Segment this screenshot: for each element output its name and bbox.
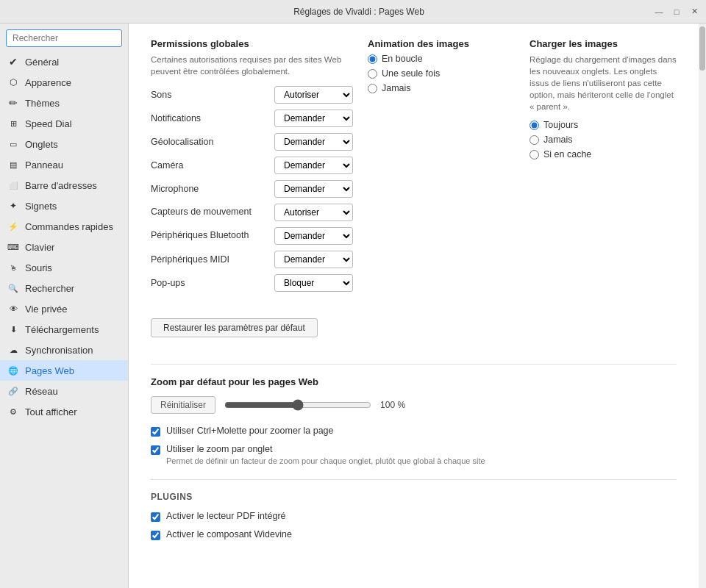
divider-2	[151, 479, 677, 480]
sidebar-item-keyboard[interactable]: ⌨ Clavier	[0, 237, 128, 257]
speed-dial-icon: ⊞	[7, 118, 19, 129]
zoom-value: 100 %	[380, 400, 405, 410]
perm-label-sons: Sons	[151, 90, 268, 100]
bookmarks-icon: ✦	[7, 200, 19, 212]
perm-select-microphone[interactable]: AutoriserDemanderBloquer	[274, 180, 353, 198]
perm-row-capteurs: Capteurs de mouvement AutoriserDemanderB…	[151, 204, 353, 221]
permissions-title: Permissions globales	[151, 38, 353, 49]
appearance-icon: ⬡	[7, 76, 19, 88]
content-area: Permissions globales Certaines autorisat…	[129, 24, 699, 588]
sidebar-item-sync[interactable]: ☁ Synchronisation	[0, 340, 128, 360]
sidebar-item-themes[interactable]: ✏ Thèmes	[0, 93, 128, 113]
load-images-title: Charger les images	[530, 38, 677, 49]
sidebar-item-network[interactable]: 🔗 Réseau	[0, 381, 128, 401]
perm-row-sons: Sons AutoriserDemanderBloquer	[151, 86, 353, 104]
sidebar-item-general[interactable]: ✔ Général	[0, 51, 128, 72]
load-images-section: Charger les images Réglage du chargement…	[530, 38, 677, 298]
sidebar-item-quick-commands[interactable]: ⚡ Commandes rapides	[0, 216, 128, 237]
restore-defaults-button[interactable]: Restaurer les paramètres par défaut	[151, 318, 318, 337]
sidebar-item-downloads[interactable]: ⬇ Téléchargements	[0, 319, 128, 340]
zoom-reset-button[interactable]: Réinitialiser	[151, 396, 215, 414]
perm-label-microphone: Microphone	[151, 184, 268, 194]
animation-option-never[interactable]: Jamais	[368, 83, 515, 93]
perm-select-midi[interactable]: AutoriserDemanderBloquer	[274, 251, 353, 268]
general-icon: ✔	[7, 56, 19, 68]
quick-commands-icon: ⚡	[7, 220, 19, 232]
close-button[interactable]: ✕	[688, 6, 700, 18]
permissions-desc: Certaines autorisations requises par des…	[151, 54, 353, 77]
downloads-icon: ⬇	[7, 323, 19, 335]
perm-select-bluetooth[interactable]: AutoriserDemanderBloquer	[274, 227, 353, 245]
window-title: Réglages de Vivaldi : Pages Web	[65, 7, 653, 17]
perm-row-camera: Caméra AutoriserDemanderBloquer	[151, 157, 353, 174]
scrollbar-track	[699, 24, 706, 588]
sidebar-item-bookmarks[interactable]: ✦ Signets	[0, 196, 128, 216]
sidebar-item-mouse[interactable]: 🖱 Souris	[0, 257, 128, 278]
sidebar-item-show-all[interactable]: ⚙ Tout afficher	[0, 401, 128, 422]
load-images-always[interactable]: Toujours	[530, 120, 677, 130]
permissions-section: Permissions globales Certaines autorisat…	[151, 38, 353, 298]
perm-select-geolocalisation[interactable]: AutoriserDemanderBloquer	[274, 133, 353, 151]
plugin-widevine-label: Activer le composant Widevine	[166, 529, 292, 539]
search-input[interactable]	[6, 29, 122, 47]
animation-option-loop[interactable]: En boucle	[368, 54, 515, 64]
maximize-button[interactable]: □	[671, 6, 682, 18]
animation-option-once[interactable]: Une seule fois	[368, 68, 515, 79]
plugin-widevine-checkbox[interactable]	[151, 531, 160, 540]
perm-row-bluetooth: Périphériques Bluetooth AutoriserDemande…	[151, 227, 353, 245]
mouse-icon: 🖱	[7, 262, 19, 273]
sidebar-item-search[interactable]: 🔍 Rechercher	[0, 278, 128, 298]
themes-icon: ✏	[7, 97, 19, 109]
perm-select-capteurs[interactable]: AutoriserDemanderBloquer	[274, 204, 353, 221]
zoom-title: Zoom par défaut pour les pages Web	[151, 376, 677, 387]
checkbox-ctrl-wheel-input[interactable]	[151, 427, 160, 437]
load-images-cache[interactable]: Si en cache	[530, 149, 677, 159]
divider-1	[151, 364, 677, 365]
search-icon: 🔍	[7, 282, 19, 294]
minimize-button[interactable]: —	[653, 6, 665, 18]
checkbox-zoom-per-tab: Utiliser le zoom par onglet Permet de dé…	[151, 444, 677, 467]
load-images-desc: Réglage du chargement d'images dans les …	[530, 54, 677, 112]
perm-label-bluetooth: Périphériques Bluetooth	[151, 229, 268, 243]
sidebar-item-address-bar[interactable]: ⬜ Barre d'adresses	[0, 175, 128, 196]
perm-label-midi: Périphériques MIDI	[151, 254, 268, 265]
load-images-never[interactable]: Jamais	[530, 135, 677, 145]
plugins-section: PLUGINS Activer le lecteur PDF intégré A…	[151, 492, 677, 540]
perm-select-sons[interactable]: AutoriserDemanderBloquer	[274, 86, 353, 104]
perm-select-camera[interactable]: AutoriserDemanderBloquer	[274, 157, 353, 174]
perm-row-geolocalisation: Géolocalisation AutoriserDemanderBloquer	[151, 133, 353, 151]
perm-select-popups[interactable]: AutoriserDemanderBloquer	[274, 274, 353, 292]
sidebar-item-privacy[interactable]: 👁 Vie privée	[0, 298, 128, 319]
perm-row-midi: Périphériques MIDI AutoriserDemanderBloq…	[151, 251, 353, 268]
perm-row-notifications: Notifications AutoriserDemanderBloquer	[151, 110, 353, 127]
load-images-radio-group: Toujours Jamais Si en cache	[530, 120, 677, 159]
sidebar-item-appearance[interactable]: ⬡ Apparence	[0, 72, 128, 93]
zoom-controls: Réinitialiser 100 %	[151, 396, 677, 414]
show-all-icon: ⚙	[7, 406, 19, 417]
perm-label-notifications: Notifications	[151, 113, 268, 123]
perm-label-camera: Caméra	[151, 160, 268, 171]
search-box	[6, 29, 122, 47]
sidebar: ✔ Général ⬡ Apparence ✏ Thèmes ⊞ Speed D…	[0, 24, 129, 588]
perm-label-capteurs: Capteurs de mouvement	[151, 206, 268, 219]
sidebar-item-panel[interactable]: ▤ Panneau	[0, 154, 128, 175]
perm-row-microphone: Microphone AutoriserDemanderBloquer	[151, 180, 353, 198]
perm-select-notifications[interactable]: AutoriserDemanderBloquer	[274, 110, 353, 127]
sync-icon: ☁	[7, 344, 19, 356]
zoom-slider[interactable]	[224, 399, 371, 411]
checkbox-ctrl-wheel-label: Utiliser Ctrl+Molette pour zoomer la pag…	[166, 426, 334, 436]
plugins-title: PLUGINS	[151, 492, 677, 502]
plugin-widevine: Activer le composant Widevine	[151, 529, 677, 540]
scrollbar-thumb[interactable]	[699, 26, 705, 71]
sidebar-item-web-pages[interactable]: 🌐 Pages Web	[0, 360, 128, 381]
app-body: ✔ Général ⬡ Apparence ✏ Thèmes ⊞ Speed D…	[0, 24, 706, 588]
network-icon: 🔗	[7, 385, 19, 397]
sidebar-item-tabs[interactable]: ▭ Onglets	[0, 134, 128, 154]
checkbox-ctrl-wheel: Utiliser Ctrl+Molette pour zoomer la pag…	[151, 426, 677, 437]
sidebar-item-speed-dial[interactable]: ⊞ Speed Dial	[0, 113, 128, 134]
plugin-pdf: Activer le lecteur PDF intégré	[151, 511, 677, 522]
plugin-pdf-checkbox[interactable]	[151, 512, 160, 522]
zoom-section: Zoom par défaut pour les pages Web Réini…	[151, 376, 677, 414]
zoom-checkboxes: Utiliser Ctrl+Molette pour zoomer la pag…	[151, 426, 677, 467]
checkbox-zoom-per-tab-input[interactable]	[151, 445, 160, 455]
